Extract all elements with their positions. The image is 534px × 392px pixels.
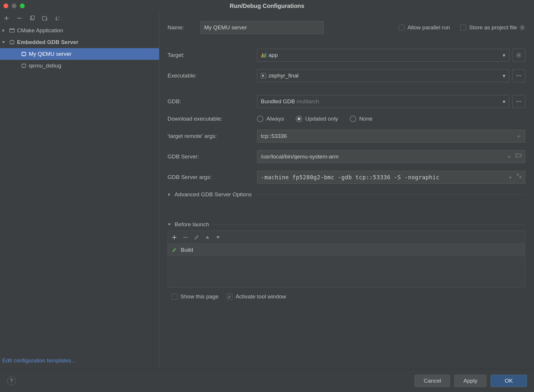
gdb-server-args-label: GDB Server args: <box>168 174 257 180</box>
show-this-page-checkbox[interactable]: Show this page <box>172 293 219 300</box>
svg-text:z: z <box>58 18 59 21</box>
gdb-server-args-value: -machine fp5280g2-bmc -gdb tcp::53336 -S… <box>261 174 440 180</box>
sidebar-footer: Edit configuration templates… <box>0 357 159 369</box>
target-dropdown[interactable]: app ▾ <box>257 49 509 62</box>
window-controls <box>4 4 25 8</box>
svg-rect-1 <box>31 16 34 19</box>
remove-config-icon[interactable] <box>16 15 23 22</box>
config-form: Name: Allow parallel run Store as projec… <box>159 12 534 369</box>
store-as-project-checkbox[interactable]: Store as project file <box>460 24 517 31</box>
cmake-icon <box>9 27 15 34</box>
target-remote-input[interactable]: tcp::53336 ＋ <box>257 130 525 143</box>
svg-text:a: a <box>58 16 60 18</box>
cancel-button[interactable]: Cancel <box>415 375 450 387</box>
target-remote-value: tcp::53336 <box>261 133 287 139</box>
svg-point-13 <box>520 75 521 76</box>
before-launch-item-label: Build <box>181 247 193 253</box>
activate-tool-window-label: Activate tool window <box>236 293 286 300</box>
expand-icon[interactable] <box>517 173 521 181</box>
hammer-icon <box>171 247 177 253</box>
allow-parallel-label: Allow parallel run <box>408 24 450 31</box>
chevron-down-icon <box>168 223 171 226</box>
close-window-icon[interactable] <box>4 4 8 8</box>
help-button[interactable]: ? <box>7 376 16 385</box>
download-executable-row: Download executable: Always Updated only… <box>168 116 525 122</box>
radio-icon <box>350 116 356 122</box>
gdb-row: GDB: Bundled GDB multiarch ▾ <box>168 95 525 108</box>
tree-item-my-qemu-server[interactable]: My QEMU server <box>0 48 159 60</box>
insert-macro-icon[interactable]: ＋ <box>516 132 521 140</box>
embedded-icon <box>21 51 27 57</box>
apply-button[interactable]: Apply <box>454 375 486 387</box>
name-label: Name: <box>168 24 200 31</box>
download-radio-group: Always Updated only None <box>257 116 373 122</box>
radio-none-label: None <box>359 116 372 122</box>
name-input[interactable] <box>200 21 324 34</box>
gdb-dropdown[interactable]: Bundled GDB multiarch ▾ <box>257 95 509 108</box>
executable-browse-button[interactable] <box>512 69 525 82</box>
advanced-gdb-options-section[interactable]: Advanced GDB Server Options <box>168 191 525 198</box>
tree-item-qemu-debug[interactable]: qemu_debug <box>0 60 159 72</box>
gdb-server-args-row: GDB Server args: -machine fp5280g2-bmc -… <box>168 171 525 184</box>
target-settings-button[interactable] <box>512 49 525 62</box>
move-up-icon[interactable] <box>205 236 209 239</box>
target-remote-row: 'target remote' args: tcp::53336 ＋ <box>168 130 525 143</box>
target-label: Target: <box>168 52 257 58</box>
gear-icon[interactable] <box>519 25 525 31</box>
apply-label: Apply <box>463 378 477 384</box>
dialog-footer: ? Cancel Apply OK <box>0 369 534 392</box>
window-titlebar: Run/Debug Configurations <box>0 0 534 12</box>
move-down-icon[interactable] <box>216 236 220 239</box>
gdb-server-input[interactable]: /usr/local/bin/qemu-system-arm ＋ <box>257 150 525 163</box>
gdb-server-args-input[interactable]: -machine fp5280g2-bmc -gdb tcp::53336 -S… <box>257 171 525 184</box>
executable-icon <box>261 73 266 78</box>
allow-parallel-checkbox[interactable]: Allow parallel run <box>399 24 450 31</box>
minimize-window-icon[interactable] <box>12 4 16 8</box>
gdb-browse-button[interactable] <box>512 95 525 108</box>
zoom-window-icon[interactable] <box>20 4 25 8</box>
radio-always[interactable]: Always <box>257 116 284 122</box>
browse-folder-icon[interactable] <box>516 153 521 160</box>
name-row: Name: Allow parallel run Store as projec… <box>168 21 525 34</box>
target-row: Target: app ▾ <box>168 49 525 62</box>
divider <box>212 224 525 225</box>
chevron-right-icon <box>168 193 171 196</box>
radio-none[interactable]: None <box>350 116 372 122</box>
edit-task-icon[interactable] <box>194 235 199 240</box>
radio-updated-label: Updated only <box>305 116 338 122</box>
gdb-value: Bundled GDB <box>261 98 295 105</box>
svg-point-14 <box>516 101 518 102</box>
edit-templates-link[interactable]: Edit configuration templates… <box>2 357 77 364</box>
target-remote-label: 'target remote' args: <box>168 133 257 139</box>
insert-macro-icon[interactable]: ＋ <box>506 153 512 160</box>
insert-macro-icon[interactable]: ＋ <box>508 173 513 181</box>
before-launch-item-build[interactable]: Build <box>168 244 525 256</box>
svg-point-9 <box>521 27 523 28</box>
sidebar-toolbar: az <box>0 12 159 25</box>
add-config-icon[interactable] <box>3 15 10 22</box>
svg-point-15 <box>518 101 519 102</box>
activate-tool-window-checkbox[interactable]: Activate tool window <box>227 293 286 300</box>
remove-task-icon[interactable] <box>183 235 188 240</box>
copy-config-icon[interactable] <box>29 15 36 22</box>
radio-updated-only[interactable]: Updated only <box>296 116 338 122</box>
ok-button[interactable]: OK <box>491 375 527 387</box>
advanced-section-label: Advanced GDB Server Options <box>175 191 252 198</box>
executable-dropdown[interactable]: zephyr_final ▾ <box>257 69 509 82</box>
before-launch-list: Build <box>168 244 525 288</box>
chevron-down-icon: ▾ <box>503 52 506 59</box>
embedded-icon <box>9 39 15 45</box>
svg-point-11 <box>516 75 518 76</box>
config-tree: CMake Application Embedded GDB Server My… <box>0 25 159 357</box>
svg-point-12 <box>518 75 519 76</box>
tree-node-embedded-gdb-server[interactable]: Embedded GDB Server <box>0 36 159 48</box>
dialog-body: az CMake Application Embedded <box>0 12 534 369</box>
before-launch-section[interactable]: Before launch <box>168 221 525 228</box>
checkbox-icon <box>460 25 466 31</box>
tree-node-label: CMake Application <box>17 27 63 34</box>
add-task-icon[interactable] <box>172 235 177 240</box>
save-config-icon[interactable] <box>42 15 49 22</box>
sort-config-icon[interactable]: az <box>55 15 62 22</box>
gdb-label: GDB: <box>168 98 257 105</box>
tree-node-cmake-application[interactable]: CMake Application <box>0 25 159 36</box>
